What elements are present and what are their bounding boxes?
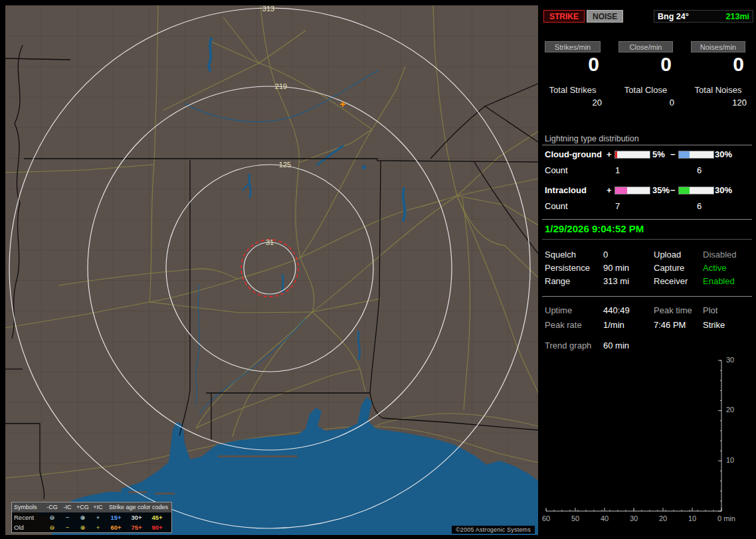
divider [542, 239, 752, 240]
pos-cg-recent-icon: ⊕ [75, 512, 90, 522]
cg-plus-count: 1 [615, 165, 620, 175]
squelch-value: 0 [603, 250, 608, 260]
minus-sign: − [670, 149, 676, 159]
legend-row-recent: Recent ⊖ − ⊕ + 15+ 30+ 45+ [12, 512, 171, 522]
divider [542, 145, 752, 145]
total-strikes-label: Total Strikes [539, 85, 606, 95]
noises-per-min-button[interactable]: Noises/min [691, 41, 745, 52]
trend-graph-value: 60 min [603, 341, 629, 350]
x-tick-40: 40 [597, 514, 612, 522]
plus-sign: + [607, 185, 612, 195]
receiver-label: Receiver [654, 276, 688, 286]
persistence-label: Persistence [545, 263, 590, 273]
persistence-value: 90 min [603, 263, 629, 273]
divider [542, 296, 752, 297]
age-75: 75+ [126, 522, 147, 532]
plot-value: Strike [703, 320, 725, 330]
x-tick-10: 10 [685, 514, 700, 522]
lightning-map[interactable]: 313 219 125 31 Symbols -CG -IC +CG +IC S… [5, 5, 538, 535]
range-label-313: 313 [262, 5, 274, 13]
cg-minus-bar [678, 151, 714, 159]
close-column: Close/min 0 Total Close 0 [618, 41, 673, 113]
copyright-text: ©2005 Astrogenic Systems [452, 526, 535, 534]
current-datetime: 1/29/2026 9:04:52 PM [545, 223, 644, 234]
ic-minus-bar [678, 187, 714, 194]
peak-time-label: Peak time [654, 305, 692, 315]
bearing-range: 213mi [726, 12, 749, 21]
pos-cg-old-icon: ⊕ [75, 522, 90, 532]
x-tick-20: 20 [656, 514, 670, 522]
range-label: Range [545, 276, 570, 286]
receiver-status: Enabled [703, 276, 735, 286]
ic-plus-count: 7 [615, 201, 620, 211]
range-label-219: 219 [275, 82, 287, 90]
ic-plus-pct: 35% [652, 185, 670, 195]
cg-minus-count: 6 [697, 165, 702, 175]
bearing-bar: Bng 24° 213mi [654, 10, 753, 23]
y-tick-10: 10 [726, 456, 739, 464]
total-close-label: Total Close [613, 85, 678, 95]
x-tick-30: 30 [626, 514, 641, 522]
pos-ic-recent-icon: + [90, 512, 106, 522]
age-60: 60+ [106, 522, 126, 532]
strikes-per-min-value: 0 [545, 53, 599, 76]
range-value: 313 mi [603, 276, 629, 286]
age-45: 45+ [147, 512, 167, 522]
range-label-125: 125 [279, 161, 291, 169]
map-legend: Symbols -CG -IC +CG +IC Strike age color… [11, 502, 172, 533]
legend-col-neg-ic: -IC [60, 502, 75, 512]
peak-time-value: 7:46 PM [654, 320, 686, 330]
ic-minus-count: 6 [697, 201, 702, 211]
age-90: 90+ [147, 522, 167, 532]
intracloud-label: Intracloud [545, 185, 587, 195]
plus-sign: + [607, 149, 612, 159]
y-tick-20: 20 [726, 406, 739, 414]
noises-column: Noises/min 0 Total Noises 120 [691, 41, 745, 113]
total-noises-value: 120 [691, 98, 747, 108]
legend-symbols-header: Symbols [12, 502, 45, 512]
x-tick-50: 50 [568, 514, 583, 522]
legend-row-old: Old ⊖ − ⊕ + 60+ 75+ 90+ [12, 522, 171, 532]
cg-plus-pct: 5% [652, 149, 665, 159]
uptime-value: 440:49 [603, 305, 630, 315]
cg-minus-pct: 30% [715, 149, 732, 159]
strikes-per-min-button[interactable]: Strikes/min [545, 41, 601, 52]
neg-ic-recent-icon: − [60, 512, 75, 522]
total-strikes-value: 20 [545, 98, 602, 108]
total-close-value: 0 [618, 98, 674, 108]
strikes-column: Strikes/min 0 Total Strikes 20 [545, 41, 601, 113]
strike-mode-button[interactable]: STRIKE [543, 10, 585, 23]
noise-mode-button[interactable]: NOISE [587, 10, 623, 23]
pos-ic-old-icon: + [90, 522, 106, 532]
x-tick-0-min: 0 min [717, 514, 744, 522]
distribution-title: Lightning type distribution [545, 134, 639, 143]
neg-cg-recent-icon: ⊖ [45, 512, 60, 522]
legend-col-neg-cg: -CG [45, 502, 60, 512]
squelch-label: Squelch [545, 250, 576, 260]
y-tick-30: 30 [726, 356, 739, 364]
divider [542, 219, 752, 220]
upload-status: Disabled [703, 250, 737, 260]
legend-row-label: Old [12, 522, 45, 532]
bearing-label: Bng 24° [658, 12, 689, 21]
x-tick-60: 60 [539, 514, 553, 522]
legend-row-label: Recent [12, 512, 45, 522]
legend-col-pos-cg: +CG [75, 502, 90, 512]
cloud-ground-label: Cloud-ground [545, 149, 602, 159]
map-canvas: 313 219 125 31 [5, 5, 538, 535]
uptime-label: Uptime [545, 305, 572, 315]
range-label-31: 31 [266, 238, 274, 246]
close-per-min-button[interactable]: Close/min [618, 41, 673, 52]
ic-count-label: Count [545, 201, 568, 211]
noises-per-min-value: 0 [691, 53, 744, 76]
age-15: 15+ [106, 512, 126, 522]
neg-cg-old-icon: ⊖ [45, 522, 60, 532]
ic-plus-bar [614, 187, 650, 194]
trend-graph-label: Trend graph [545, 341, 591, 350]
legend-header: Symbols -CG -IC +CG +IC Strike age color… [12, 502, 171, 512]
cg-plus-bar [614, 151, 650, 159]
legend-age-header: Strike age color codes [106, 502, 171, 512]
peak-rate-value: 1/min [603, 320, 624, 330]
capture-label: Capture [654, 263, 684, 273]
trend-graph [539, 355, 756, 539]
